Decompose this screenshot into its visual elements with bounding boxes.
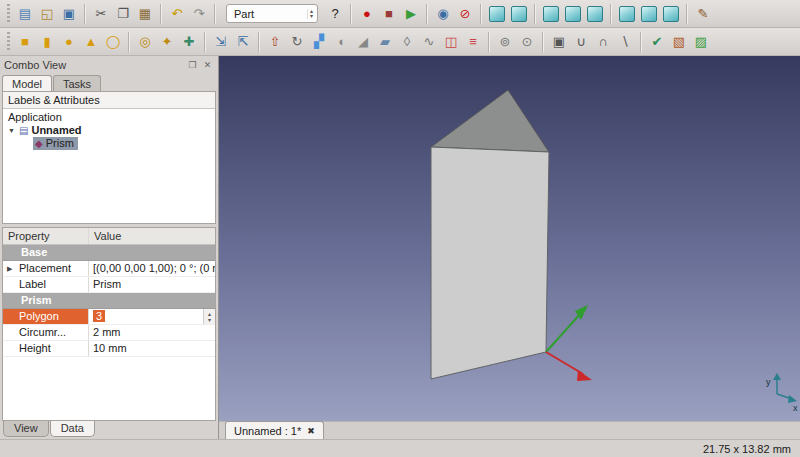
- import-cad-icon[interactable]: ⇲: [211, 32, 231, 52]
- expander-icon[interactable]: ▼: [8, 124, 18, 137]
- paste-icon[interactable]: ▦: [135, 4, 155, 24]
- offset-3d-icon[interactable]: ⊚: [495, 32, 515, 52]
- revolve-icon[interactable]: ↻: [287, 32, 307, 52]
- sphere-icon[interactable]: ●: [59, 32, 79, 52]
- tab-view[interactable]: View: [3, 421, 49, 437]
- shape-builder-icon[interactable]: ✚: [179, 32, 199, 52]
- cross-sections-icon[interactable]: ≡: [463, 32, 483, 52]
- make-face-icon[interactable]: ▰: [375, 32, 395, 52]
- chamfer-icon[interactable]: ◢: [353, 32, 373, 52]
- open-document-icon[interactable]: ◱: [37, 4, 57, 24]
- export-cad-icon[interactable]: ⇱: [233, 32, 253, 52]
- view-isometric-icon[interactable]: [489, 6, 505, 22]
- property-row-placement[interactable]: ▶Placement[(0,00 0,00 1,00); 0 °; (0 mm …: [3, 261, 215, 277]
- section-icon[interactable]: ◫: [441, 32, 461, 52]
- x-axis-arrow: [546, 352, 583, 374]
- property-value[interactable]: 10 mm: [89, 341, 215, 356]
- view-front-icon[interactable]: [511, 6, 527, 22]
- tree-column-header[interactable]: Labels & Attributes: [3, 92, 215, 109]
- toolbar-grip[interactable]: [7, 32, 10, 52]
- fillet-icon[interactable]: ◖: [331, 32, 351, 52]
- view-top-icon[interactable]: [543, 6, 559, 22]
- property-row-label[interactable]: LabelPrism: [3, 277, 215, 293]
- toolbar-separator: [610, 4, 612, 24]
- property-value[interactable]: [(0,00 0,00 1,00); 0 °; (0 mm 0 m...: [89, 261, 215, 276]
- 3d-viewport[interactable]: y x: [219, 56, 800, 421]
- undo-icon[interactable]: ↶: [167, 4, 187, 24]
- check-geometry-icon[interactable]: ✔: [647, 32, 667, 52]
- property-value[interactable]: 3▴▾: [89, 309, 215, 324]
- fit-all-icon[interactable]: ◉: [433, 4, 453, 24]
- property-row-height[interactable]: Height10 mm: [3, 341, 215, 357]
- tab-model[interactable]: Model: [2, 75, 52, 91]
- model-tree-pane: Labels & Attributes Application ▼ ▤ Unna…: [2, 91, 216, 224]
- dropdown-arrows-icon[interactable]: ▴▾: [307, 9, 315, 19]
- measure-distance-icon[interactable]: ✎: [693, 4, 713, 24]
- draw-style-icon[interactable]: ⊘: [455, 4, 475, 24]
- loft-icon[interactable]: ◊: [397, 32, 417, 52]
- property-value[interactable]: 2 mm: [89, 325, 215, 340]
- view-axonometric-icon[interactable]: [663, 6, 679, 22]
- boolean-common-icon[interactable]: ∩: [593, 32, 613, 52]
- float-panel-icon[interactable]: ❐: [186, 58, 199, 71]
- view-bottom-icon[interactable]: [619, 6, 635, 22]
- prism-front-face[interactable]: [431, 147, 549, 379]
- toolbar-separator: [350, 4, 352, 24]
- close-document-icon[interactable]: ✖: [307, 426, 315, 436]
- copy-icon[interactable]: ❐: [113, 4, 133, 24]
- thickness-icon[interactable]: ⊙: [517, 32, 537, 52]
- property-value[interactable]: Prism: [89, 277, 215, 292]
- sweep-icon[interactable]: ∿: [419, 32, 439, 52]
- workbench-selector[interactable]: Part▴▾: [226, 4, 318, 23]
- cut-icon[interactable]: ✂: [91, 4, 111, 24]
- view-right-icon[interactable]: [565, 6, 581, 22]
- tube-icon[interactable]: ◎: [135, 32, 155, 52]
- cylinder-icon[interactable]: ▮: [37, 32, 57, 52]
- document-tab[interactable]: Unnamed : 1* ✖: [225, 421, 324, 439]
- tree-document-unnamed[interactable]: ▼ ▤ Unnamed: [3, 124, 215, 137]
- document-tabbar: Unnamed : 1* ✖: [219, 421, 800, 439]
- property-group-base[interactable]: Base: [3, 245, 215, 261]
- property-name: Height: [3, 341, 89, 356]
- whats-this-icon[interactable]: ?: [325, 4, 345, 24]
- toolbar-separator: [542, 32, 544, 52]
- 3d-scene[interactable]: y x: [219, 56, 800, 421]
- property-group-prism[interactable]: Prism: [3, 293, 215, 309]
- tab-tasks[interactable]: Tasks: [53, 75, 101, 91]
- close-panel-icon[interactable]: ✕: [201, 58, 214, 71]
- mirror-icon[interactable]: ▞: [309, 32, 329, 52]
- tree-root-application[interactable]: Application: [3, 111, 215, 124]
- toolbar-separator: [640, 32, 642, 52]
- expander-icon[interactable]: ▶: [7, 261, 12, 276]
- nav-axis-x-label: x: [793, 403, 798, 413]
- compound-icon[interactable]: ▣: [549, 32, 569, 52]
- column-header-value[interactable]: Value: [89, 228, 215, 244]
- view-left-icon[interactable]: [641, 6, 657, 22]
- value-spinner[interactable]: ▴▾: [203, 309, 215, 324]
- property-row-polygon[interactable]: Polygon3▴▾: [3, 309, 215, 325]
- nav-axis-y-label: y: [766, 377, 771, 387]
- prism-top-face[interactable]: [431, 90, 549, 152]
- macro-execute-icon[interactable]: ▶: [401, 4, 421, 24]
- create-primitives-icon[interactable]: ✦: [157, 32, 177, 52]
- extrude-icon[interactable]: ⇧: [265, 32, 285, 52]
- boolean-union-icon[interactable]: ∪: [571, 32, 591, 52]
- cone-icon[interactable]: ▲: [81, 32, 101, 52]
- model-tree[interactable]: Application ▼ ▤ Unnamed ◆ Prism: [3, 109, 215, 223]
- tree-item-prism[interactable]: ◆ Prism: [3, 137, 215, 150]
- property-row-circumr[interactable]: Circumr...2 mm: [3, 325, 215, 341]
- boolean-cut-icon[interactable]: ∖: [615, 32, 635, 52]
- save-document-icon[interactable]: ▣: [59, 4, 79, 24]
- view-rear-icon[interactable]: [587, 6, 603, 22]
- macro-stop-icon[interactable]: ■: [379, 4, 399, 24]
- torus-icon[interactable]: ◯: [103, 32, 123, 52]
- column-header-property[interactable]: Property: [3, 228, 89, 244]
- new-document-icon[interactable]: ▤: [15, 4, 35, 24]
- box-icon[interactable]: ■: [15, 32, 35, 52]
- macro-record-icon[interactable]: ●: [357, 4, 377, 24]
- redo-icon[interactable]: ↷: [189, 4, 209, 24]
- toolbar-grip[interactable]: [7, 4, 10, 24]
- defeaturing-icon[interactable]: ▧: [669, 32, 689, 52]
- migrate-sketch-icon[interactable]: ▨: [691, 32, 711, 52]
- tab-data[interactable]: Data: [50, 421, 95, 437]
